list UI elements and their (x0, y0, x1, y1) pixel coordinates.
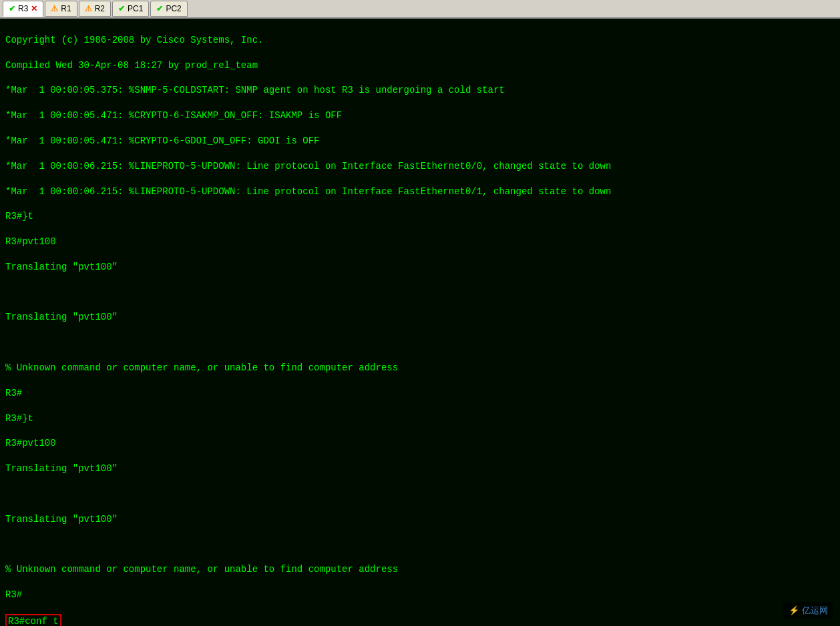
tab-label-PC1: PC1 (128, 4, 143, 13)
term-line-4: *Mar 1 00:00:05.471: %CRYPTO-6-GDOI_ON_O… (5, 135, 835, 147)
tab-close-icon[interactable]: ✕ (31, 4, 37, 13)
tab-label-R3: R3 (18, 4, 28, 13)
highlight-conf-t: R3#conf t (5, 614, 61, 626)
tab-R2[interactable]: ⚠ R2 (79, 1, 111, 17)
term-line-11: Translating "pvt100" (5, 311, 835, 324)
term-line-19: Translating "pvt100" (5, 513, 835, 526)
tab-label-R2: R2 (95, 4, 105, 13)
term-line-17: Translating "pvt100" (5, 462, 835, 475)
term-line-3: *Mar 1 00:00:05.471: %CRYPTO-6-ISAKMP_ON… (5, 109, 835, 122)
term-line-0: Copyright (c) 1986-2008 by Cisco Systems… (5, 34, 835, 47)
tab-label-R1: R1 (61, 4, 71, 13)
term-line-12 (5, 336, 835, 349)
term-line-10 (5, 286, 835, 299)
tab-PC1[interactable]: ✔ PC1 (112, 1, 149, 17)
term-line-21: % Unknown command or computer name, or u… (5, 563, 835, 576)
term-line-14: R3# (5, 387, 835, 400)
tab-R1[interactable]: ⚠ R1 (45, 1, 77, 17)
tab-bar: ✔ R3 ✕ ⚠ R1 ⚠ R2 ✔ PC1 ✔ PC2 (0, 0, 840, 19)
term-line-2: *Mar 1 00:00:05.375: %SNMP-5-COLDSTART: … (5, 84, 835, 97)
term-line-22: R3# (5, 589, 835, 601)
term-line-1: Compiled Wed 30-Apr-08 18:27 by prod_rel… (5, 59, 835, 72)
term-line-16: R3#pvt100 (5, 437, 835, 450)
term-line-20 (5, 539, 835, 551)
tab-warn-icon-R1: ⚠ (51, 4, 58, 13)
term-line-6: *Mar 1 00:00:06.215: %LINEPROTO-5-UPDOWN… (5, 186, 835, 198)
terminal[interactable]: Copyright (c) 1986-2008 by Cisco Systems… (0, 19, 840, 626)
term-line-23: R3#conf t (5, 614, 835, 626)
watermark-text: 亿运网 (802, 605, 828, 617)
term-line-5: *Mar 1 00:00:06.215: %LINEPROTO-5-UPDOWN… (5, 160, 835, 173)
term-line-7: R3#}t (5, 210, 835, 223)
tab-R3[interactable]: ✔ R3 ✕ (3, 1, 43, 17)
tab-check-icon-PC1: ✔ (118, 4, 125, 13)
tab-warn-icon-R2: ⚠ (85, 4, 92, 13)
term-line-15: R3#}t (5, 412, 835, 425)
term-line-9: Translating "pvt100" (5, 261, 835, 274)
tab-label-PC2: PC2 (166, 4, 181, 13)
term-line-8: R3#pvt100 (5, 236, 835, 248)
watermark-icon: ⚡ (789, 605, 799, 617)
tab-check-icon-PC2: ✔ (156, 4, 163, 13)
term-line-18 (5, 488, 835, 501)
watermark: ⚡ 亿运网 (783, 602, 833, 619)
tab-PC2[interactable]: ✔ PC2 (150, 1, 187, 17)
tab-check-icon: ✔ (9, 4, 15, 13)
term-line-13: % Unknown command or computer name, or u… (5, 362, 835, 374)
